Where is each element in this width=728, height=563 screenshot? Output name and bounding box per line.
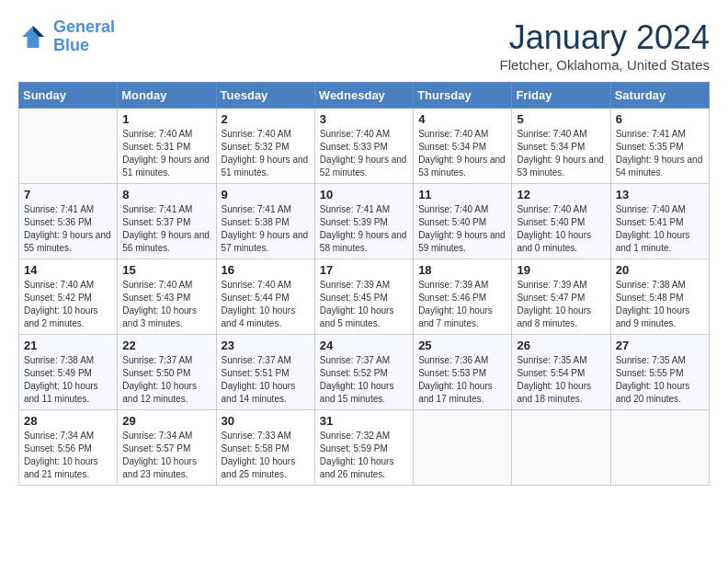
calendar-cell: 17Sunrise: 7:39 AMSunset: 5:45 PMDayligh… xyxy=(314,259,413,335)
weekday-header-friday: Friday xyxy=(512,83,610,109)
day-info: Sunrise: 7:34 AMSunset: 5:57 PMDaylight:… xyxy=(122,430,210,481)
sunset-text: Sunset: 5:45 PM xyxy=(320,292,408,304)
logo-line1: General xyxy=(53,17,115,36)
sunrise-text: Sunrise: 7:40 AM xyxy=(418,128,506,141)
day-info: Sunrise: 7:35 AMSunset: 5:54 PMDaylight:… xyxy=(517,354,605,406)
sunrise-text: Sunrise: 7:38 AM xyxy=(24,354,112,367)
day-info: Sunrise: 7:41 AMSunset: 5:37 PMDaylight:… xyxy=(122,203,210,255)
sunset-text: Sunset: 5:38 PM xyxy=(222,216,310,229)
day-number: 23 xyxy=(222,339,310,352)
sunrise-text: Sunrise: 7:40 AM xyxy=(320,128,408,141)
day-info: Sunrise: 7:40 AMSunset: 5:43 PMDaylight:… xyxy=(122,279,210,330)
daylight-text: Daylight: 10 hours and 17 minutes. xyxy=(418,380,506,406)
daylight-text: Daylight: 9 hours and 58 minutes. xyxy=(320,229,408,255)
sunrise-text: Sunrise: 7:37 AM xyxy=(320,354,408,367)
logo-text: General Blue xyxy=(53,18,115,55)
calendar-cell: 28Sunrise: 7:34 AMSunset: 5:56 PMDayligh… xyxy=(19,410,118,486)
day-number: 10 xyxy=(320,188,408,201)
sunrise-text: Sunrise: 7:40 AM xyxy=(616,203,704,216)
day-number: 31 xyxy=(320,414,408,428)
sunset-text: Sunset: 5:33 PM xyxy=(320,141,408,154)
daylight-text: Daylight: 9 hours and 53 minutes. xyxy=(418,154,506,179)
week-row-5: 28Sunrise: 7:34 AMSunset: 5:56 PMDayligh… xyxy=(19,410,710,486)
daylight-text: Daylight: 9 hours and 55 minutes. xyxy=(24,229,112,255)
calendar-cell: 14Sunrise: 7:40 AMSunset: 5:42 PMDayligh… xyxy=(19,259,118,335)
day-number: 13 xyxy=(616,188,704,201)
sunset-text: Sunset: 5:40 PM xyxy=(418,216,506,229)
weekday-header-monday: Monday xyxy=(118,83,216,109)
calendar-cell: 26Sunrise: 7:35 AMSunset: 5:54 PMDayligh… xyxy=(512,335,610,410)
calendar-cell: 8Sunrise: 7:41 AMSunset: 5:37 PMDaylight… xyxy=(118,184,216,259)
day-info: Sunrise: 7:37 AMSunset: 5:51 PMDaylight:… xyxy=(222,354,310,406)
daylight-text: Daylight: 9 hours and 56 minutes. xyxy=(122,229,210,255)
day-number: 8 xyxy=(122,188,210,201)
sunrise-text: Sunrise: 7:40 AM xyxy=(517,203,605,216)
day-number: 4 xyxy=(418,112,506,126)
daylight-text: Daylight: 10 hours and 20 minutes. xyxy=(616,380,704,406)
sunset-text: Sunset: 5:41 PM xyxy=(616,216,704,229)
day-info: Sunrise: 7:39 AMSunset: 5:45 PMDaylight:… xyxy=(320,279,408,330)
title-area: January 2024 Fletcher, Oklahoma, United … xyxy=(500,18,710,73)
day-number: 9 xyxy=(222,188,310,201)
calendar-cell: 3Sunrise: 7:40 AMSunset: 5:33 PMDaylight… xyxy=(314,109,413,184)
day-number: 12 xyxy=(517,188,605,201)
weekday-header-wednesday: Wednesday xyxy=(314,83,413,109)
sunrise-text: Sunrise: 7:39 AM xyxy=(517,279,605,292)
day-info: Sunrise: 7:40 AMSunset: 5:41 PMDaylight:… xyxy=(616,203,704,255)
sunset-text: Sunset: 5:47 PM xyxy=(517,292,605,304)
daylight-text: Daylight: 10 hours and 1 minute. xyxy=(616,229,704,255)
daylight-text: Daylight: 10 hours and 25 minutes. xyxy=(222,455,310,481)
day-info: Sunrise: 7:41 AMSunset: 5:36 PMDaylight:… xyxy=(24,203,112,255)
week-row-2: 7Sunrise: 7:41 AMSunset: 5:36 PMDaylight… xyxy=(19,184,710,259)
weekday-header-saturday: Saturday xyxy=(610,83,709,109)
day-number: 21 xyxy=(24,339,112,352)
day-number: 7 xyxy=(24,188,112,201)
sunset-text: Sunset: 5:54 PM xyxy=(517,367,605,380)
sunset-text: Sunset: 5:37 PM xyxy=(122,216,210,229)
sunrise-text: Sunrise: 7:41 AM xyxy=(24,203,112,216)
sunrise-text: Sunrise: 7:35 AM xyxy=(616,354,704,367)
sunrise-text: Sunrise: 7:40 AM xyxy=(222,279,310,292)
calendar-cell: 2Sunrise: 7:40 AMSunset: 5:32 PMDaylight… xyxy=(216,109,314,184)
day-number: 20 xyxy=(616,263,704,277)
calendar-cell: 22Sunrise: 7:37 AMSunset: 5:50 PMDayligh… xyxy=(118,335,216,410)
day-number: 28 xyxy=(24,414,112,428)
calendar-cell: 12Sunrise: 7:40 AMSunset: 5:40 PMDayligh… xyxy=(512,184,610,259)
sunset-text: Sunset: 5:49 PM xyxy=(24,367,112,380)
daylight-text: Daylight: 10 hours and 5 minutes. xyxy=(320,304,408,330)
day-number: 27 xyxy=(616,339,704,352)
daylight-text: Daylight: 10 hours and 3 minutes. xyxy=(122,304,210,330)
calendar-cell: 4Sunrise: 7:40 AMSunset: 5:34 PMDaylight… xyxy=(414,109,512,184)
sunrise-text: Sunrise: 7:39 AM xyxy=(320,279,408,292)
day-info: Sunrise: 7:41 AMSunset: 5:38 PMDaylight:… xyxy=(222,203,310,255)
day-number: 22 xyxy=(122,339,210,352)
day-info: Sunrise: 7:40 AMSunset: 5:42 PMDaylight:… xyxy=(24,279,112,330)
sunrise-text: Sunrise: 7:34 AM xyxy=(122,430,210,442)
day-number: 5 xyxy=(517,112,605,126)
sunset-text: Sunset: 5:35 PM xyxy=(616,141,704,154)
day-info: Sunrise: 7:40 AMSunset: 5:32 PMDaylight:… xyxy=(222,128,310,179)
sunset-text: Sunset: 5:51 PM xyxy=(222,367,310,380)
calendar-cell: 15Sunrise: 7:40 AMSunset: 5:43 PMDayligh… xyxy=(118,259,216,335)
day-info: Sunrise: 7:38 AMSunset: 5:49 PMDaylight:… xyxy=(24,354,112,406)
sunset-text: Sunset: 5:58 PM xyxy=(222,442,310,455)
daylight-text: Daylight: 10 hours and 0 minutes. xyxy=(517,229,605,255)
sunrise-text: Sunrise: 7:32 AM xyxy=(320,430,408,442)
day-info: Sunrise: 7:39 AMSunset: 5:47 PMDaylight:… xyxy=(517,279,605,330)
sunset-text: Sunset: 5:57 PM xyxy=(122,442,210,455)
sunrise-text: Sunrise: 7:41 AM xyxy=(616,128,704,141)
calendar-cell: 16Sunrise: 7:40 AMSunset: 5:44 PMDayligh… xyxy=(216,259,314,335)
daylight-text: Daylight: 9 hours and 59 minutes. xyxy=(418,229,506,255)
day-info: Sunrise: 7:40 AMSunset: 5:34 PMDaylight:… xyxy=(517,128,605,179)
sunrise-text: Sunrise: 7:40 AM xyxy=(222,128,310,141)
day-number: 17 xyxy=(320,263,408,277)
sunset-text: Sunset: 5:39 PM xyxy=(320,216,408,229)
sunset-text: Sunset: 5:48 PM xyxy=(616,292,704,304)
sunrise-text: Sunrise: 7:37 AM xyxy=(122,354,210,367)
day-number: 29 xyxy=(122,414,210,428)
calendar-cell: 11Sunrise: 7:40 AMSunset: 5:40 PMDayligh… xyxy=(414,184,512,259)
sunrise-text: Sunrise: 7:41 AM xyxy=(222,203,310,216)
day-number: 26 xyxy=(517,339,605,352)
header: General Blue January 2024 Fletcher, Okla… xyxy=(18,18,710,73)
calendar-cell xyxy=(512,410,610,486)
